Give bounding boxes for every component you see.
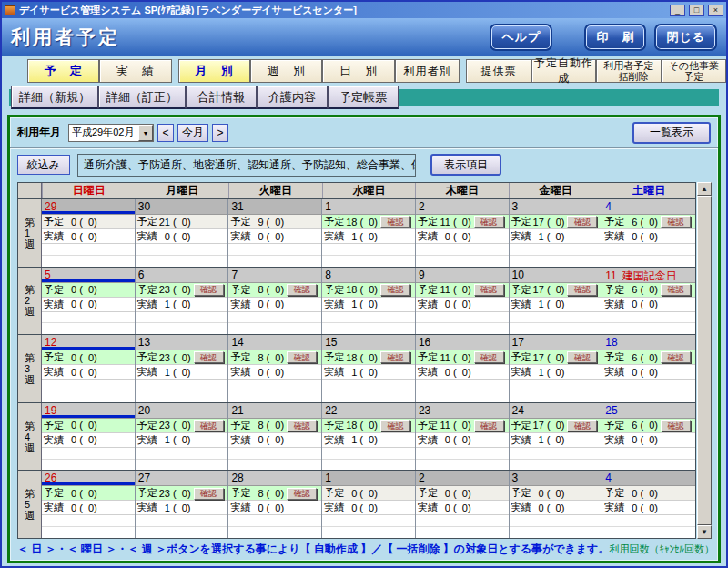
- dow-header-2[interactable]: 火曜日: [228, 183, 322, 198]
- tab-shubetsu[interactable]: 週 別: [250, 59, 322, 83]
- dow-header-6[interactable]: 土曜日: [602, 183, 695, 198]
- day-cell-2[interactable]: 2 予定0 ( 0) 実績0 ( 0): [415, 471, 509, 538]
- confirm-button[interactable]: 確認: [661, 284, 691, 296]
- confirm-button[interactable]: 確認: [474, 420, 504, 431]
- day-cell-26[interactable]: 26 予定0 ( 0) 実績0 ( 0): [42, 471, 135, 538]
- scroll-down-icon[interactable]: ▼: [697, 525, 712, 539]
- confirm-button[interactable]: 確認: [287, 351, 317, 363]
- tab-sonota-jigyo-yotei[interactable]: その他事業予定: [662, 59, 726, 83]
- period-select[interactable]: 平成29年02月 ▼: [68, 124, 154, 142]
- day-cell-4[interactable]: 4 予定0 ( 0) 実績0 ( 0): [602, 471, 695, 538]
- confirm-button[interactable]: 確認: [380, 216, 410, 228]
- day-cell-14[interactable]: 14 予定8 ( 0)確認 実績0 ( 0): [228, 335, 321, 402]
- tab-teikyohyo[interactable]: 提供票: [466, 59, 531, 83]
- prev-month-button[interactable]: <: [157, 124, 174, 142]
- day-cell-1[interactable]: 1 予定0 ( 0) 実績0 ( 0): [321, 471, 415, 538]
- day-cell-6[interactable]: 6 予定23 ( 0)確認 実績1 ( 0): [135, 268, 228, 335]
- day-cell-4[interactable]: 4 予定6 ( 0)確認 実績0 ( 0): [602, 199, 695, 267]
- confirm-button[interactable]: 確認: [380, 351, 410, 363]
- button-yotei-chohyo[interactable]: 予定帳票: [328, 86, 399, 109]
- week-label-4[interactable]: 第4週: [18, 403, 42, 471]
- help-button[interactable]: ヘルプ: [490, 24, 552, 51]
- day-cell-2[interactable]: 2 予定11 ( 0)確認 実績0 ( 0): [415, 199, 509, 267]
- narrow-filter-button[interactable]: 絞込み: [17, 155, 70, 175]
- confirm-button[interactable]: 確認: [661, 420, 691, 431]
- confirm-button[interactable]: 確認: [474, 216, 504, 228]
- day-cell-3[interactable]: 3 予定17 ( 0)確認 実績1 ( 0): [509, 199, 602, 267]
- window-close-button[interactable]: ×: [708, 5, 723, 16]
- confirm-button[interactable]: 確認: [194, 420, 224, 431]
- day-cell-3[interactable]: 3 予定0 ( 0) 実績0 ( 0): [509, 471, 602, 538]
- print-button[interactable]: 印 刷: [584, 24, 646, 51]
- chevron-down-icon[interactable]: ▼: [138, 125, 153, 141]
- day-cell-13[interactable]: 13 予定23 ( 0)確認 実績1 ( 0): [135, 335, 228, 402]
- button-shosai-shinki[interactable]: 詳細（新規）: [11, 86, 98, 109]
- button-kaigo-naiyo[interactable]: 介護内容: [257, 86, 328, 109]
- dow-header-1[interactable]: 月曜日: [136, 183, 229, 198]
- confirm-button[interactable]: 確認: [194, 488, 224, 500]
- day-cell-7[interactable]: 7 予定8 ( 0)確認 実績0 ( 0): [228, 268, 321, 335]
- confirm-button[interactable]: 確認: [287, 284, 317, 296]
- button-gokei-joho[interactable]: 合計情報: [186, 86, 257, 109]
- day-cell-18[interactable]: 18 予定6 ( 0)確認 実績0 ( 0): [602, 335, 695, 402]
- day-cell-20[interactable]: 20 予定23 ( 0)確認 実績1 ( 0): [135, 403, 228, 471]
- dow-header-0[interactable]: 日曜日: [42, 183, 136, 198]
- day-cell-21[interactable]: 21 予定8 ( 0)確認 実績0 ( 0): [228, 403, 321, 471]
- confirm-button[interactable]: 確認: [567, 351, 597, 363]
- day-cell-27[interactable]: 27 予定23 ( 0)確認 実績1 ( 0): [135, 471, 228, 538]
- scroll-up-icon[interactable]: ▲: [697, 182, 712, 196]
- day-cell-12[interactable]: 12 予定0 ( 0) 実績0 ( 0): [42, 335, 135, 402]
- tab-yotei[interactable]: 予 定: [27, 59, 99, 83]
- day-cell-16[interactable]: 16 予定11 ( 0)確認 実績0 ( 0): [415, 335, 509, 402]
- week-label-2[interactable]: 第2週: [18, 268, 42, 335]
- confirm-button[interactable]: 確認: [287, 420, 317, 431]
- scrollbar-thumb[interactable]: [697, 196, 712, 525]
- vertical-scrollbar[interactable]: ▲ ▼: [697, 182, 712, 539]
- confirm-button[interactable]: 確認: [567, 216, 597, 228]
- confirm-button[interactable]: 確認: [194, 284, 224, 296]
- tab-jisseki[interactable]: 実 績: [99, 59, 171, 83]
- confirm-button[interactable]: 確認: [287, 488, 317, 500]
- confirm-button[interactable]: 確認: [661, 351, 691, 363]
- day-cell-28[interactable]: 28 予定8 ( 0)確認 実績0 ( 0): [228, 471, 321, 538]
- week-label-1[interactable]: 第1週: [18, 199, 42, 267]
- day-cell-15[interactable]: 15 予定18 ( 0)確認 実績1 ( 0): [321, 335, 415, 402]
- tab-yotei-jido-sakusei[interactable]: 予定自動作成: [531, 59, 596, 83]
- dow-header-3[interactable]: 水曜日: [322, 183, 416, 198]
- tab-riyosha-yotei-ikkatsu-sakujo[interactable]: 利用者予定一括削除: [596, 59, 661, 83]
- confirm-button[interactable]: 確認: [567, 284, 597, 296]
- confirm-button[interactable]: 確認: [474, 284, 504, 296]
- day-cell-29[interactable]: 29 予定0 ( 0) 実績0 ( 0): [42, 199, 135, 267]
- minimize-button[interactable]: _: [670, 5, 685, 16]
- day-cell-5[interactable]: 5 予定0 ( 0) 実績0 ( 0): [42, 268, 135, 335]
- confirm-button[interactable]: 確認: [380, 284, 410, 296]
- button-shosai-teisei[interactable]: 詳細（訂正）: [98, 86, 186, 109]
- day-cell-24[interactable]: 24 予定17 ( 0)確認 実績1 ( 0): [509, 403, 602, 471]
- day-cell-19[interactable]: 19 予定0 ( 0) 実績0 ( 0): [42, 403, 135, 471]
- tab-riyoshabetsu[interactable]: 利用者別: [395, 59, 460, 83]
- display-items-button[interactable]: 表示項目: [430, 154, 501, 176]
- list-view-button[interactable]: 一覧表示: [632, 122, 711, 144]
- day-cell-25[interactable]: 25 予定6 ( 0)確認 実績0 ( 0): [602, 403, 695, 471]
- week-label-3[interactable]: 第3週: [18, 335, 42, 402]
- day-cell-9[interactable]: 9 予定11 ( 0)確認 実績0 ( 0): [415, 268, 509, 335]
- day-cell-23[interactable]: 23 予定11 ( 0)確認 実績0 ( 0): [415, 403, 509, 471]
- this-month-button[interactable]: 今月: [177, 124, 208, 142]
- day-cell-22[interactable]: 22 予定18 ( 0)確認 実績1 ( 0): [321, 403, 415, 471]
- confirm-button[interactable]: 確認: [661, 216, 691, 228]
- maximize-button[interactable]: □: [689, 5, 704, 16]
- dow-header-5[interactable]: 金曜日: [509, 183, 602, 198]
- confirm-button[interactable]: 確認: [380, 420, 410, 431]
- confirm-button[interactable]: 確認: [567, 420, 597, 431]
- dow-header-4[interactable]: 木曜日: [415, 183, 509, 198]
- day-cell-10[interactable]: 10 予定17 ( 0)確認 実績1 ( 0): [509, 268, 602, 335]
- confirm-button[interactable]: 確認: [194, 351, 224, 363]
- next-month-button[interactable]: >: [212, 124, 228, 142]
- day-cell-31[interactable]: 31 予定9 ( 0) 実績0 ( 0): [228, 199, 321, 267]
- week-label-5[interactable]: 第5週: [18, 471, 42, 538]
- tab-tsukibetsu[interactable]: 月 別: [178, 59, 250, 83]
- tab-hibetsu[interactable]: 日 別: [322, 59, 394, 83]
- day-cell-8[interactable]: 8 予定18 ( 0)確認 実績1 ( 0): [321, 268, 415, 335]
- day-cell-17[interactable]: 17 予定17 ( 0)確認 実績1 ( 0): [509, 335, 602, 402]
- close-button[interactable]: 閉じる: [654, 24, 717, 51]
